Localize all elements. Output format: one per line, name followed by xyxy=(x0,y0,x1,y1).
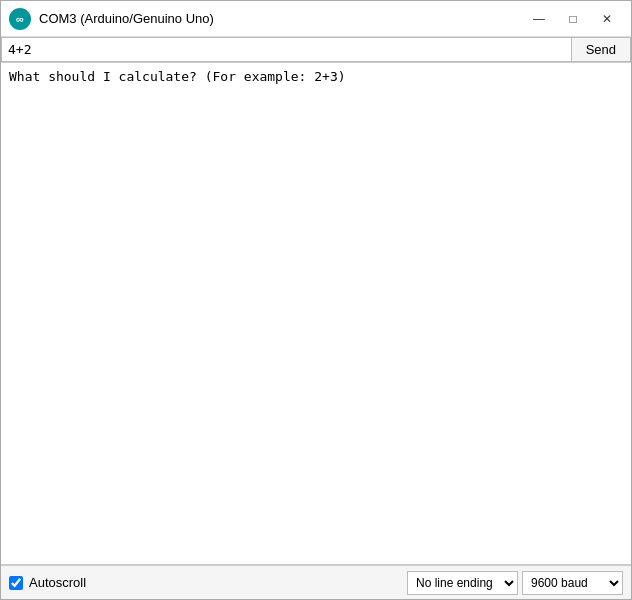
maximize-button[interactable]: □ xyxy=(557,5,589,33)
svg-text:∞: ∞ xyxy=(16,13,24,25)
baud-rate-dropdown[interactable]: 300 baud 1200 baud 2400 baud 4800 baud 9… xyxy=(522,571,623,595)
status-right-controls: No line ending Newline Carriage return B… xyxy=(407,571,623,595)
serial-input-field[interactable] xyxy=(1,37,571,62)
window-controls: — □ ✕ xyxy=(523,5,623,33)
line-ending-dropdown[interactable]: No line ending Newline Carriage return B… xyxy=(407,571,518,595)
close-button[interactable]: ✕ xyxy=(591,5,623,33)
serial-output-area: What should I calculate? (For example: 2… xyxy=(1,63,631,565)
status-bar: Autoscroll No line ending Newline Carria… xyxy=(1,565,631,599)
arduino-logo-icon: ∞ xyxy=(9,8,31,30)
minimize-button[interactable]: — xyxy=(523,5,555,33)
autoscroll-section: Autoscroll xyxy=(9,575,407,590)
autoscroll-label: Autoscroll xyxy=(29,575,86,590)
title-bar: ∞ COM3 (Arduino/Genuino Uno) — □ ✕ xyxy=(1,1,631,37)
arduino-serial-monitor-window: ∞ COM3 (Arduino/Genuino Uno) — □ ✕ Send … xyxy=(0,0,632,600)
serial-output-line-1: What should I calculate? (For example: 2… xyxy=(9,69,623,84)
autoscroll-checkbox[interactable] xyxy=(9,576,23,590)
send-button[interactable]: Send xyxy=(571,37,631,62)
input-bar: Send xyxy=(1,37,631,63)
window-title: COM3 (Arduino/Genuino Uno) xyxy=(39,11,523,26)
